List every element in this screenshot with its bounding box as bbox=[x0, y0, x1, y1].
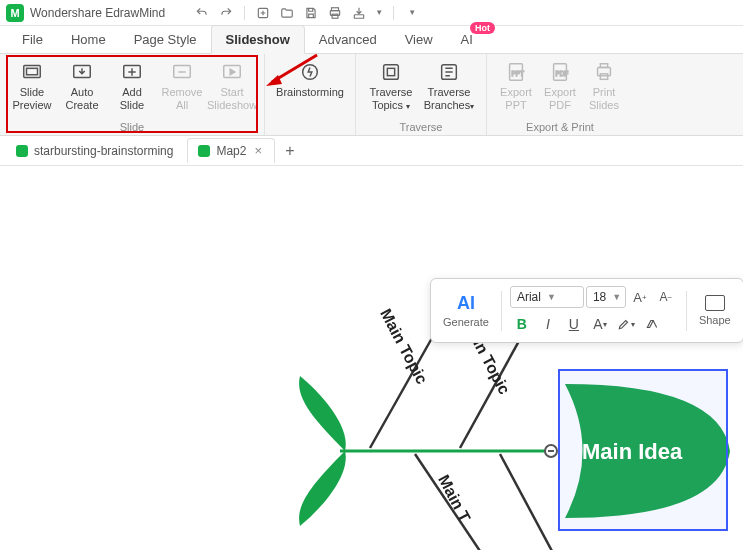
underline-button[interactable]: U bbox=[562, 312, 586, 336]
slide-preview-button[interactable]: SlidePreview bbox=[8, 58, 56, 113]
export-ppt-icon: PPT bbox=[504, 60, 528, 84]
export-icon[interactable] bbox=[350, 4, 368, 22]
generate-label[interactable]: Generate bbox=[443, 316, 489, 328]
new-file-icon[interactable] bbox=[254, 4, 272, 22]
slide-preview-icon bbox=[20, 60, 44, 84]
remove-all-button: RemoveAll bbox=[158, 58, 206, 113]
traverse-branches-button[interactable]: Traverse Branches▾ bbox=[420, 58, 478, 113]
print-slides-icon bbox=[592, 60, 616, 84]
highlight-button[interactable]: ▾ bbox=[614, 312, 638, 336]
save-icon[interactable] bbox=[302, 4, 320, 22]
ribbon-group-traverse: Traverse Topics ▾ Traverse Branches▾ Tra… bbox=[356, 54, 487, 135]
ribbon-group-label: Export & Print bbox=[526, 121, 594, 133]
doc-tab[interactable]: Map2 × bbox=[187, 138, 275, 163]
menu-ai[interactable]: AI Hot bbox=[447, 26, 487, 53]
close-tab-icon[interactable]: × bbox=[252, 143, 264, 158]
menu-ai-label: AI bbox=[461, 32, 473, 47]
titlebar: M Wondershare EdrawMind ▼ ▼ bbox=[0, 0, 743, 26]
shape-icon bbox=[705, 295, 725, 311]
floating-text-toolbar: AI Generate Arial▼ 18▼ A+ A− B I U A▾ bbox=[430, 278, 743, 343]
redo-icon[interactable] bbox=[217, 4, 235, 22]
remove-all-icon bbox=[170, 60, 194, 84]
auto-create-button[interactable]: AutoCreate bbox=[58, 58, 106, 113]
export-dropdown-icon[interactable]: ▼ bbox=[374, 4, 384, 22]
app-title: Wondershare EdrawMind bbox=[30, 6, 165, 20]
bold-button[interactable]: B bbox=[510, 312, 534, 336]
svg-rect-4 bbox=[355, 14, 364, 18]
more-dropdown-icon[interactable]: ▼ bbox=[403, 4, 421, 22]
svg-text:PDF: PDF bbox=[555, 70, 568, 77]
hot-badge: Hot bbox=[470, 22, 495, 34]
collapse-handle[interactable] bbox=[544, 444, 558, 458]
doc-tab[interactable]: starbursting-brainstorming bbox=[6, 140, 183, 162]
doc-tab-label: starbursting-brainstorming bbox=[34, 144, 173, 158]
traverse-topics-button[interactable]: Traverse Topics ▾ bbox=[364, 58, 418, 113]
menu-page-style[interactable]: Page Style bbox=[120, 26, 211, 53]
font-size-select[interactable]: 18▼ bbox=[586, 286, 626, 308]
svg-rect-12 bbox=[384, 65, 399, 80]
add-slide-button[interactable]: AddSlide bbox=[108, 58, 156, 113]
font-family-select[interactable]: Arial▼ bbox=[510, 286, 584, 308]
add-tab-button[interactable]: + bbox=[279, 140, 301, 162]
app-icon: M bbox=[6, 4, 24, 22]
svg-rect-20 bbox=[600, 64, 607, 68]
traverse-branches-icon bbox=[437, 60, 461, 84]
export-ppt-button: PPT ExportPPT bbox=[495, 58, 537, 113]
auto-create-icon bbox=[70, 60, 94, 84]
doc-tabs: starbursting-brainstorming Map2 × + bbox=[0, 136, 743, 166]
menu-advanced[interactable]: Advanced bbox=[305, 26, 391, 53]
start-slideshow-icon bbox=[220, 60, 244, 84]
doc-tab-label: Map2 bbox=[216, 144, 246, 158]
print-icon[interactable] bbox=[326, 4, 344, 22]
doc-icon bbox=[16, 145, 28, 157]
canvas[interactable]: Main Topic in Topic Main T Main Topic Ma… bbox=[0, 166, 743, 550]
ribbon-group-slide: SlidePreview AutoCreate AddSlide RemoveA… bbox=[0, 54, 265, 135]
brainstorming-icon bbox=[298, 60, 322, 84]
font-color-button[interactable]: A▾ bbox=[588, 312, 612, 336]
doc-icon bbox=[198, 145, 210, 157]
export-pdf-button: PDF ExportPDF bbox=[539, 58, 581, 113]
start-slideshow-button: StartSlideshow bbox=[208, 58, 256, 113]
increase-font-icon[interactable]: A+ bbox=[628, 285, 652, 309]
decrease-font-icon[interactable]: A− bbox=[654, 285, 678, 309]
menubar: File Home Page Style Slideshow Advanced … bbox=[0, 26, 743, 54]
export-pdf-icon: PDF bbox=[548, 60, 572, 84]
svg-rect-21 bbox=[600, 74, 607, 80]
ribbon-group-brainstorming: Brainstorming bbox=[265, 54, 356, 135]
ai-icon[interactable]: AI bbox=[457, 293, 475, 314]
svg-rect-6 bbox=[27, 68, 38, 74]
ribbon-group-label: Traverse bbox=[400, 121, 443, 133]
svg-rect-13 bbox=[387, 68, 394, 75]
menu-home[interactable]: Home bbox=[57, 26, 120, 53]
shape-button[interactable]: Shape bbox=[695, 295, 735, 326]
menu-slideshow[interactable]: Slideshow bbox=[211, 25, 305, 54]
svg-text:PPT: PPT bbox=[511, 70, 524, 77]
main-idea-text[interactable]: Main Idea bbox=[582, 439, 682, 465]
ribbon-group-label: Slide bbox=[120, 121, 144, 133]
add-slide-icon bbox=[120, 60, 144, 84]
brainstorming-button[interactable]: Brainstorming bbox=[273, 58, 347, 101]
clear-format-button[interactable] bbox=[640, 312, 664, 336]
undo-icon[interactable] bbox=[193, 4, 211, 22]
menu-file[interactable]: File bbox=[8, 26, 57, 53]
traverse-topics-icon bbox=[379, 60, 403, 84]
print-slides-button: PrintSlides bbox=[583, 58, 625, 113]
ribbon: SlidePreview AutoCreate AddSlide RemoveA… bbox=[0, 54, 743, 136]
menu-view[interactable]: View bbox=[391, 26, 447, 53]
svg-line-26 bbox=[500, 454, 560, 550]
open-folder-icon[interactable] bbox=[278, 4, 296, 22]
italic-button[interactable]: I bbox=[536, 312, 560, 336]
ribbon-group-export: PPT ExportPPT PDF ExportPDF PrintSlides … bbox=[487, 54, 633, 135]
